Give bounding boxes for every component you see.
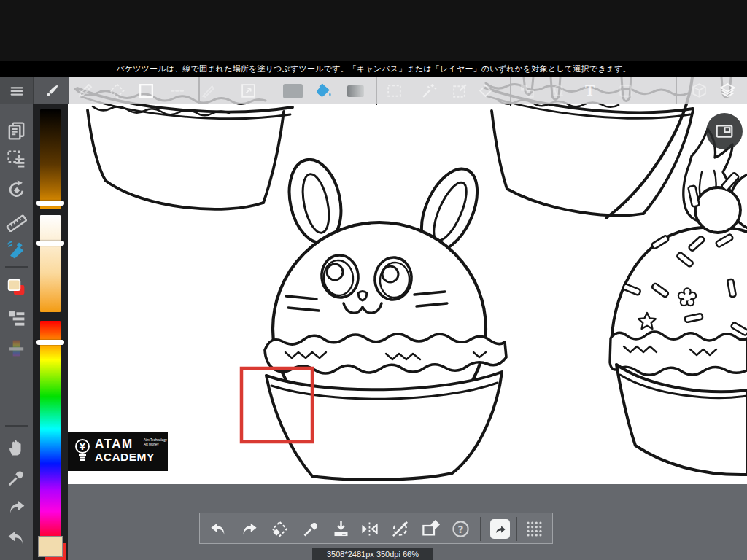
clear-selection-button[interactable] (421, 519, 441, 539)
toolbar-divider (480, 517, 481, 541)
transform-button[interactable] (270, 519, 290, 539)
hue-slider[interactable] (40, 321, 61, 537)
gradient-map-icon[interactable] (6, 338, 27, 359)
menu-button[interactable] (0, 77, 33, 104)
sprinkles (622, 234, 747, 336)
grid-handle[interactable] (525, 519, 544, 539)
svg-text:¥: ¥ (80, 442, 86, 452)
undo-icon[interactable] (6, 527, 27, 548)
pattern-tool-icon[interactable] (518, 82, 536, 100)
hue-slider-handle[interactable] (36, 340, 64, 345)
share-icon (493, 522, 507, 536)
color-panel (33, 104, 68, 560)
shape-diamond-icon[interactable] (476, 82, 495, 100)
sidebar-divider (5, 266, 28, 268)
watermark-subtitle: ACADEMY (95, 451, 155, 464)
share-button[interactable] (490, 519, 510, 539)
svg-text:?: ? (458, 524, 464, 535)
sidebar-divider (5, 425, 28, 427)
bottom-toolbar: ? (199, 513, 553, 544)
color-chip[interactable] (283, 84, 303, 98)
drawing-canvas[interactable] (68, 77, 747, 484)
svg-text:T: T (585, 83, 595, 98)
navigator-button[interactable] (706, 113, 743, 149)
saturation-slider-handle[interactable] (36, 241, 64, 246)
bunny-cupcake (265, 155, 506, 480)
scale-tool-icon[interactable] (239, 82, 258, 100)
notification-bar: バケツツールは、線で囲まれた場所を塗りつぶすツールです。「キャンバス」または「レ… (0, 61, 747, 77)
gradient-chip[interactable] (347, 85, 364, 97)
layers-icon[interactable] (719, 82, 737, 100)
materials-icon[interactable] (6, 307, 27, 328)
magic-wand-icon[interactable] (420, 82, 438, 100)
watermark-title: ATAM (95, 437, 133, 451)
frame-tool-icon[interactable] (137, 82, 155, 100)
eyedropper-button[interactable] (301, 519, 321, 539)
hamburger-icon (9, 83, 25, 99)
watermark-tagline: Aim Technology Art Money (144, 438, 167, 446)
notification-text: バケツツールは、線で囲まれた場所を塗りつぶすツールです。「キャンバス」または「レ… (116, 63, 631, 74)
save-button[interactable] (331, 519, 351, 539)
cube-icon[interactable] (690, 82, 708, 100)
lightbulb-icon: ¥ (74, 438, 91, 464)
select-layer-icon[interactable] (6, 149, 27, 170)
marquee-dots-icon[interactable] (169, 82, 187, 100)
ruler-icon[interactable] (6, 211, 27, 232)
status-tooltip: 3508*2481px 350dpi 66% (312, 548, 433, 560)
stamp-tool-icon[interactable] (549, 82, 568, 100)
pages-icon[interactable] (6, 120, 27, 141)
top-toolbar: T (69, 77, 747, 104)
airbrush-icon[interactable] (6, 240, 27, 261)
text-tool-icon[interactable]: T (581, 82, 599, 100)
help-button[interactable]: ? (451, 519, 471, 539)
hand-tool-icon[interactable] (6, 437, 27, 458)
undo-button[interactable] (209, 519, 228, 539)
selection-pen-icon[interactable] (451, 82, 469, 100)
toolbar-divider (516, 517, 517, 541)
cupcake-top-left (75, 88, 293, 209)
bucket-tool-icon[interactable] (314, 82, 333, 100)
redo-icon[interactable] (6, 497, 27, 518)
knife-tool-icon[interactable] (199, 82, 217, 100)
brush-tool-button[interactable] (33, 77, 69, 104)
value-slider-handle[interactable] (36, 201, 64, 206)
select-rectangle-icon[interactable] (385, 82, 403, 100)
watermark-logo: ¥ ATAM Aim Technology Art Money ACADEMY (68, 432, 168, 471)
material-tool-icon[interactable] (616, 82, 635, 100)
transform-tool-icon[interactable] (108, 82, 126, 100)
app-screen: バケツツールは、線で囲まれた場所を塗りつぶすツールです。「キャンバス」または「レ… (0, 0, 747, 560)
rotate-reset-icon[interactable] (6, 179, 27, 201)
window-icon (715, 122, 734, 141)
left-sidebar (0, 104, 33, 560)
canvas-artwork (68, 77, 747, 484)
eyedropper-icon[interactable] (6, 467, 27, 489)
value-slider[interactable] (40, 109, 61, 209)
brush-icon (44, 83, 60, 99)
color-pair-icon[interactable] (6, 277, 27, 298)
primary-color-swatch[interactable] (38, 536, 63, 557)
saturation-slider[interactable] (40, 215, 61, 312)
canvas-info-text: 3508*2481px 350dpi 66% (327, 550, 419, 559)
pen-tool-icon[interactable] (75, 82, 93, 100)
reset-rotation-button[interactable] (390, 519, 410, 539)
redo-button[interactable] (239, 519, 259, 539)
flip-horizontal-button[interactable] (360, 519, 379, 539)
